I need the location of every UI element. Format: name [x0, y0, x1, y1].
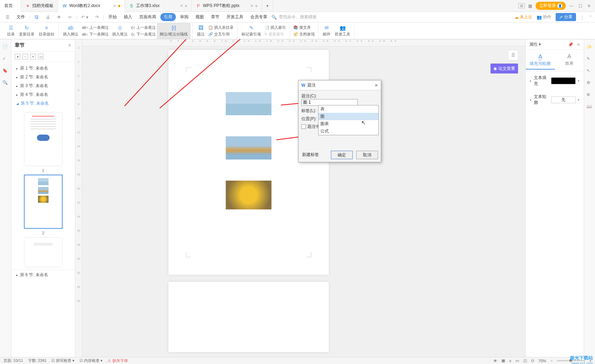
- toc-level-button[interactable]: ≡目录级别: [37, 23, 56, 39]
- caption-button[interactable]: 🖼题注: [195, 23, 207, 39]
- menu-view[interactable]: 视图: [193, 13, 207, 21]
- word-count[interactable]: 字数: 2391: [28, 358, 47, 363]
- minimize-icon[interactable]: —: [569, 4, 574, 8]
- next-footnote-button[interactable]: ab↓下一条脚注: [81, 31, 110, 37]
- ok-button[interactable]: 确定: [331, 151, 353, 159]
- zoom-out-icon[interactable]: −: [550, 359, 552, 363]
- insert-footnote-button[interactable]: ab插入脚注: [61, 23, 81, 39]
- more-icon[interactable]: ⋮: [580, 15, 584, 20]
- location-icon[interactable]: ⊕: [587, 92, 593, 98]
- hamburger-icon[interactable]: ☰: [3, 13, 12, 21]
- reset-zoom-icon[interactable]: ⊙: [531, 358, 534, 363]
- tab-ppt[interactable]: P WPS PPT教程.pptx ✕: [192, 0, 262, 12]
- dropdown-item-0[interactable]: 表: [319, 105, 378, 113]
- pen-icon[interactable]: ✎: [587, 56, 593, 63]
- file-menu[interactable]: 文件: [14, 13, 28, 21]
- maximize-icon[interactable]: ☐: [578, 4, 582, 8]
- cut-icon[interactable]: ✂: [65, 13, 75, 21]
- missing-font[interactable]: ⚠ 缺失字体: [108, 358, 128, 363]
- sidebar-close-icon[interactable]: ✕: [68, 43, 71, 48]
- section-item-4[interactable]: ▸第 4 节: 未命名: [11, 90, 75, 99]
- page-2[interactable]: [168, 282, 329, 352]
- menu-insert[interactable]: 插入: [121, 13, 135, 21]
- search-lib-button[interactable]: 📚搜文库: [292, 25, 316, 31]
- share-button[interactable]: ↗分享: [556, 13, 576, 21]
- menu-chapter[interactable]: 章节: [208, 13, 222, 21]
- rp-tab-effect[interactable]: A 效果: [555, 51, 584, 70]
- tab-workbook[interactable]: S 工作簿3.xlsx ✕: [125, 0, 192, 12]
- task-icon[interactable]: ✓: [2, 56, 9, 63]
- dropdown-item-2[interactable]: 图表: [319, 120, 378, 128]
- view-mode-2-icon[interactable]: ≡: [509, 359, 511, 363]
- new-tab-button[interactable]: +: [262, 0, 273, 12]
- doc-image-1[interactable]: [226, 92, 271, 115]
- thumb-1[interactable]: [25, 113, 62, 165]
- tab-home[interactable]: 首页: [0, 0, 21, 12]
- plus-icon[interactable]: +: [30, 54, 36, 59]
- thumb-3[interactable]: [25, 238, 62, 267]
- new-tag-link[interactable]: 新建标签: [302, 152, 319, 158]
- assist-icon[interactable]: ✨: [587, 44, 593, 51]
- insert-endnote-button[interactable]: ⎙插入尾注: [110, 23, 130, 39]
- separator-button[interactable]: [I]脚注/尾注分隔线: [157, 23, 190, 39]
- section-item-2[interactable]: ▸第 2 节: 未命名: [11, 73, 75, 82]
- pointer-icon[interactable]: ↖: [587, 68, 593, 74]
- grid-icon[interactable]: ▦: [528, 4, 532, 8]
- content-check[interactable]: ☑ 内容检查 ▾: [79, 358, 103, 363]
- close-icon[interactable]: ✕: [180, 4, 183, 8]
- dropdown-item-1[interactable]: 图: [319, 113, 378, 120]
- view-mode-3-icon[interactable]: ▭: [516, 358, 519, 363]
- login-button[interactable]: 立即登录 👤: [536, 2, 566, 10]
- settings-icon[interactable]: ⚙: [587, 80, 593, 86]
- eye-icon[interactable]: 👁: [493, 359, 497, 363]
- tab-word-doc[interactable]: W Word教程2.docx ✕: [58, 0, 125, 12]
- caption-checkbox[interactable]: [301, 124, 306, 129]
- dialog-close-icon[interactable]: ✕: [375, 83, 378, 88]
- zoom-value[interactable]: 70%: [538, 359, 546, 363]
- float-menu-icon[interactable]: ☰: [508, 50, 518, 60]
- thumb-2[interactable]: [25, 175, 62, 228]
- close-window-icon[interactable]: ✕: [587, 4, 591, 8]
- view-mode-4-icon[interactable]: ◫: [523, 358, 527, 363]
- section-item-5[interactable]: ◢第 5 节: 未命名: [11, 99, 75, 108]
- chevron-down-icon[interactable]: ▾: [578, 79, 580, 83]
- fill-swatch[interactable]: [551, 77, 576, 84]
- menu-review[interactable]: 审阅: [177, 13, 191, 21]
- pin-icon[interactable]: 📌: [568, 42, 573, 47]
- rp-text-outline-row[interactable]: ▸ 文本轮廓 无 ▾: [526, 90, 584, 109]
- mail-button[interactable]: ✉邮件: [321, 23, 333, 39]
- book-icon[interactable]: 📖: [587, 104, 593, 110]
- cross-ref-button[interactable]: 🔗交叉引用: [207, 31, 235, 37]
- bookmark-icon[interactable]: 🔖: [2, 68, 9, 74]
- update-index-button[interactable]: ↻更新索引: [263, 31, 287, 37]
- menu-layout[interactable]: 页面布局: [136, 13, 159, 21]
- outline-icon[interactable]: 📄: [2, 44, 9, 51]
- undo-icon[interactable]: ↶ ▾: [78, 13, 91, 21]
- insert-index-button[interactable]: 📑插入索引: [263, 25, 287, 31]
- layout-icon[interactable]: ⊞: [518, 3, 525, 8]
- outline-select[interactable]: 无: [551, 96, 576, 103]
- section-item-1[interactable]: ▸第 1 节: 未命名: [11, 64, 75, 73]
- save-icon[interactable]: 🖫: [32, 13, 41, 21]
- menu-reference[interactable]: 引用: [160, 13, 176, 21]
- update-toc-button[interactable]: ↻更新目录: [17, 23, 37, 39]
- insert-fig-toc-button[interactable]: 📋插入表目录: [207, 25, 235, 31]
- chevron-up-icon[interactable]: ⌃: [589, 15, 592, 20]
- toc-button[interactable]: ☰目录: [5, 23, 17, 39]
- collab-button[interactable]: 👥 协作: [537, 14, 551, 20]
- rp-tab-fill[interactable]: A̲ 填充与轮廓: [526, 51, 555, 70]
- prev-footnote-button[interactable]: ab↑上一条脚注: [81, 25, 110, 31]
- cloud-status[interactable]: ☁ 未上云: [514, 14, 532, 20]
- chevron-down-icon[interactable]: ▾: [578, 98, 580, 102]
- menu-vip[interactable]: 会员专享: [248, 13, 270, 21]
- print-icon[interactable]: 🖨: [43, 13, 53, 21]
- section-item-3[interactable]: ▸第 3 节: 未命名: [11, 82, 75, 90]
- collapse-icon[interactable]: ▾: [15, 54, 20, 59]
- next-endnote-button[interactable]: ⎙↓下一条尾注: [130, 31, 158, 37]
- cancel-button[interactable]: 取消: [356, 151, 378, 159]
- doc-discover-button[interactable]: 🧭文档发现: [292, 31, 316, 37]
- preview-icon[interactable]: 👁: [54, 13, 64, 21]
- doc-image-3[interactable]: [226, 181, 271, 209]
- view-mode-1-icon[interactable]: ▦: [501, 358, 505, 363]
- section-item-6[interactable]: ▸第 6 节: 未命名: [16, 272, 70, 278]
